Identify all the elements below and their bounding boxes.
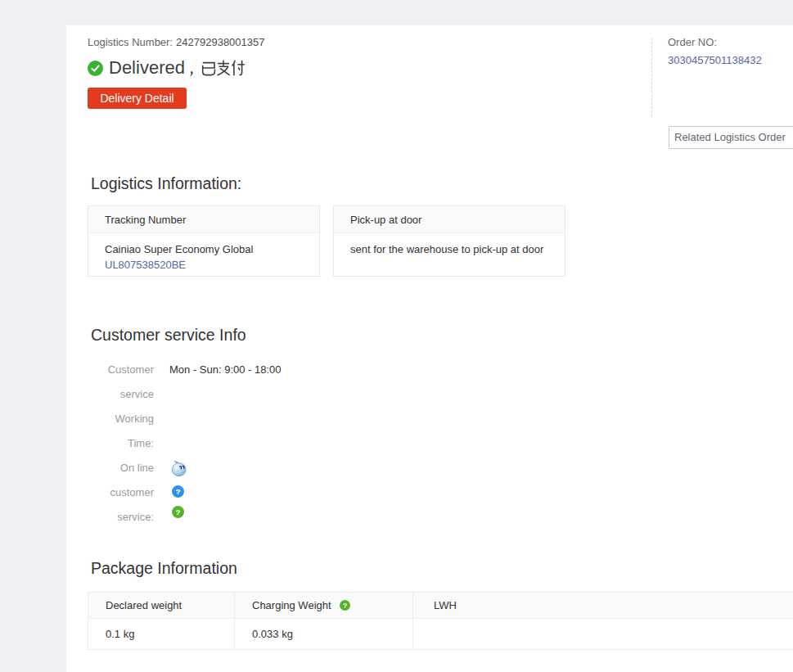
- package-table: Declared weight Charging Weight ? LWH 0.…: [88, 592, 793, 650]
- tracking-number-link[interactable]: UL807538520BE: [105, 259, 186, 271]
- logistics-cards: Tracking Number Cainiao Super Economy Gl…: [88, 205, 565, 277]
- charging-weight-header: Charging Weight ?: [235, 593, 413, 619]
- logistics-number-row: Logistics Number:242792938001357: [88, 34, 265, 51]
- page: { "colors": { "page_bg": "#eef0f4", "acc…: [0, 0, 793, 672]
- package-table-header-row: Declared weight Charging Weight ? LWH: [88, 593, 793, 619]
- svg-text:?: ?: [342, 602, 346, 610]
- svg-text:?: ?: [175, 487, 180, 496]
- logistics-information-heading: Logistics Information:: [91, 173, 241, 194]
- wangwang-chat-icon[interactable]: [170, 460, 187, 477]
- lwh-value: [413, 619, 793, 649]
- working-time-row: Customer service Working Time: Mon - Sun…: [88, 358, 282, 456]
- content-panel: Logistics Number:242792938001357 Deliver…: [66, 25, 793, 672]
- pickup-status-text: sent for the warehouse to pick-up at doo…: [350, 241, 548, 257]
- logistics-number-label: Logistics Number:: [88, 36, 173, 48]
- tracking-number-card-title: Tracking Number: [88, 206, 319, 233]
- vertical-dashed-divider: [651, 38, 652, 117]
- order-no-label: Order NO:: [668, 34, 762, 51]
- tracking-number-card: Tracking Number Cainiao Super Economy Gl…: [88, 205, 320, 277]
- pickup-card-body: sent for the warehouse to pick-up at doo…: [334, 233, 565, 257]
- pickup-card: Pick-up at door sent for the warehouse t…: [333, 205, 565, 277]
- lwh-header: LWH: [413, 593, 793, 619]
- delivered-check-icon: [88, 61, 103, 76]
- online-service-icons: ? ?: [169, 456, 187, 518]
- customer-service-block: Customer service Working Time: Mon - Sun…: [88, 358, 282, 530]
- status-row: Delivered ，已支付: [88, 59, 246, 77]
- declared-weight-value: 0.1 kg: [88, 619, 235, 649]
- status-cn-glyphs: [187, 58, 246, 78]
- working-time-label: Customer service Working Time:: [88, 358, 154, 456]
- charging-weight-value: 0.033 kg: [235, 619, 413, 649]
- charging-weight-header-label: Charging Weight: [252, 599, 331, 611]
- status-text: Delivered: [109, 59, 185, 77]
- svg-text:?: ?: [175, 507, 180, 516]
- help-green-icon[interactable]: ?: [172, 506, 184, 518]
- tracking-number-card-body: Cainiao Super Economy Global UL807538520…: [88, 233, 319, 273]
- carrier-name: Cainiao Super Economy Global: [105, 241, 303, 257]
- package-information-heading: Package Information: [91, 557, 237, 579]
- charging-weight-help-icon[interactable]: ?: [340, 600, 350, 611]
- order-no-link[interactable]: 3030457501138432: [668, 52, 762, 69]
- delivery-detail-button[interactable]: Delivery Detail: [88, 88, 187, 109]
- working-time-value: Mon - Sun: 9:00 - 18:00: [169, 358, 282, 382]
- logistics-number-value: 242792938001357: [176, 36, 264, 48]
- customer-service-heading: Customer service Info: [91, 324, 246, 345]
- related-logistics-order-button[interactable]: Related Logistics Order: [669, 126, 793, 149]
- pickup-card-title: Pick-up at door: [334, 206, 565, 233]
- order-block: Order NO: 3030457501138432: [668, 34, 762, 69]
- online-service-label: On line customer service:: [88, 456, 154, 530]
- declared-weight-header: Declared weight: [88, 593, 235, 619]
- help-blue-icon[interactable]: ?: [172, 485, 184, 498]
- package-table-data-row: 0.1 kg 0.033 kg: [88, 619, 793, 650]
- online-service-row: On line customer service: ? ?: [88, 456, 282, 530]
